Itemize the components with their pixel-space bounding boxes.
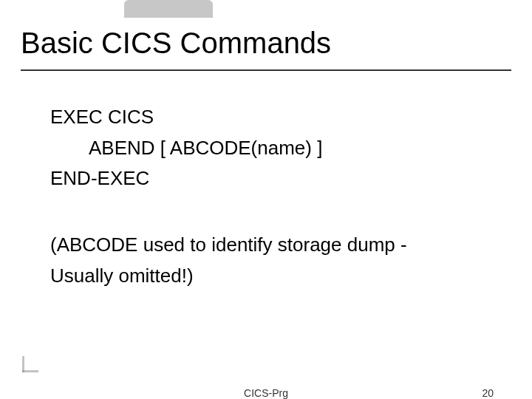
slide-title: Basic CICS Commands	[21, 27, 511, 64]
slide: Basic CICS Commands EXEC CICS ABEND [ AB…	[0, 0, 532, 399]
code-line-2: ABEND [ ABCODE(name) ]	[50, 134, 502, 163]
spacer	[50, 196, 502, 231]
tab-shade	[124, 0, 213, 18]
code-line-1: EXEC CICS	[50, 103, 502, 132]
code-line-3: END-EXEC	[50, 165, 502, 193]
corner-mark	[22, 356, 38, 372]
footer-page-number: 20	[482, 387, 494, 399]
note-line-1: (ABCODE used to identify storage dump -	[50, 231, 502, 259]
note-line-2: Usually omitted!)	[50, 262, 502, 290]
slide-body: EXEC CICS ABEND [ ABCODE(name) ] END-EXE…	[50, 103, 502, 293]
title-rule	[21, 69, 511, 71]
footer-center: CICS-Prg	[0, 387, 532, 399]
